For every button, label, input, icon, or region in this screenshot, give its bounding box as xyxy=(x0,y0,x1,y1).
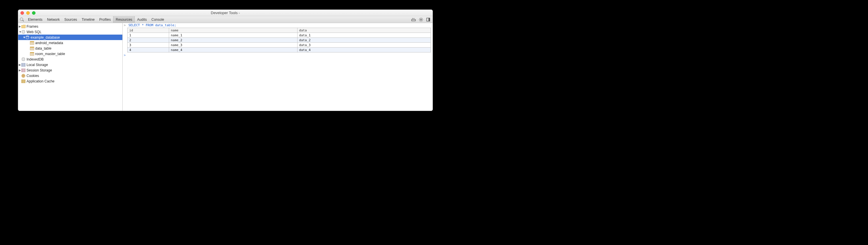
sidebar-item-appcache[interactable]: Application Cache xyxy=(18,78,122,84)
sidebar-item-label: room_master_table xyxy=(35,52,65,56)
svg-line-8 xyxy=(422,21,423,21)
table-icon xyxy=(30,51,34,56)
tab-profiles[interactable]: Profiles xyxy=(97,16,113,23)
svg-line-9 xyxy=(420,21,420,21)
panel-tabs: Elements Network Sources Timeline Profil… xyxy=(26,16,166,23)
tab-network[interactable]: Network xyxy=(45,16,62,23)
resources-sidebar[interactable]: ▶ Frames ▼ Web SQL ▼ example_database xyxy=(18,23,123,111)
sql-console: > SELECT * FROM data_table; id name data xyxy=(123,23,433,111)
svg-point-39 xyxy=(23,75,23,75)
devtools-window: Developer Tools - Elements Network Sourc… xyxy=(18,9,433,111)
window-zoom-button[interactable] xyxy=(32,11,35,15)
appcache-icon xyxy=(21,79,26,83)
sql-prompt[interactable]: > xyxy=(123,53,433,57)
column-header[interactable]: name xyxy=(169,28,297,33)
tab-elements[interactable]: Elements xyxy=(26,16,45,23)
svg-rect-0 xyxy=(412,20,415,21)
svg-rect-12 xyxy=(429,18,430,21)
svg-rect-42 xyxy=(22,79,25,83)
sidebar-item-websql[interactable]: ▼ Web SQL xyxy=(18,29,122,35)
database-group-icon xyxy=(21,30,26,34)
svg-line-10 xyxy=(422,18,423,19)
svg-point-14 xyxy=(26,36,29,37)
window-titlebar: Developer Tools - xyxy=(18,10,433,16)
window-title: Developer Tools - xyxy=(18,11,433,15)
devtools-toolbar: Elements Network Sources Timeline Profil… xyxy=(18,16,433,23)
svg-rect-28 xyxy=(22,63,25,66)
folder-icon xyxy=(21,24,26,29)
tab-audits[interactable]: Audits xyxy=(135,16,149,23)
sidebar-item-sessionstorage[interactable]: ▶ Session Storage xyxy=(18,67,122,73)
sidebar-item-cookies[interactable]: Cookies xyxy=(18,73,122,78)
tab-timeline[interactable]: Timeline xyxy=(80,16,97,23)
svg-point-2 xyxy=(421,19,422,20)
database-group-icon xyxy=(21,57,26,62)
results-table: id name data 1name_1data_1 2name_2data_2… xyxy=(127,28,431,53)
tab-sources[interactable]: Sources xyxy=(62,16,80,23)
table-row[interactable]: 1name_1data_1 xyxy=(128,33,431,38)
window-minimize-button[interactable] xyxy=(26,11,30,15)
executed-query: > SELECT * FROM data_table; xyxy=(123,23,433,27)
table-row[interactable]: 4name_4data_4 xyxy=(128,47,431,53)
sidebar-item-label: android_metadata xyxy=(35,41,63,45)
database-icon xyxy=(25,35,30,40)
dock-icon[interactable] xyxy=(426,18,430,22)
sidebar-item-localstorage[interactable]: ▶ Local Storage xyxy=(18,62,122,67)
prompt-chevron-icon: > xyxy=(124,53,127,57)
sidebar-item-label: Session Storage xyxy=(27,68,52,72)
svg-point-41 xyxy=(23,76,23,77)
sidebar-item-label: IndexedDB xyxy=(27,57,43,61)
column-header[interactable]: data xyxy=(297,28,431,33)
sidebar-item-label: example_database xyxy=(31,35,60,39)
sidebar-item-label: Application Cache xyxy=(27,79,55,83)
settings-icon[interactable] xyxy=(419,17,423,22)
sidebar-item-label: Cookies xyxy=(27,74,39,78)
svg-line-7 xyxy=(420,18,420,19)
cookies-icon xyxy=(21,73,26,78)
chevron-icon: > xyxy=(124,23,127,27)
svg-rect-33 xyxy=(22,69,25,72)
storage-icon xyxy=(21,63,26,67)
sidebar-item-database[interactable]: ▼ example_database xyxy=(18,35,122,40)
table-row[interactable]: 2name_2data_2 xyxy=(128,38,431,43)
table-icon xyxy=(30,46,34,51)
sidebar-item-label: Local Storage xyxy=(27,63,48,67)
window-close-button[interactable] xyxy=(21,11,24,15)
tab-resources[interactable]: Resources xyxy=(113,16,135,23)
column-header[interactable]: id xyxy=(128,28,169,33)
sidebar-item-frames[interactable]: ▶ Frames xyxy=(18,24,122,29)
svg-point-38 xyxy=(22,74,25,77)
sidebar-item-indexeddb[interactable]: IndexedDB xyxy=(18,57,122,62)
table-row[interactable]: 3name_3data_3 xyxy=(128,43,431,47)
sidebar-item-label: Frames xyxy=(27,25,38,29)
inspect-icon[interactable] xyxy=(20,18,24,22)
storage-icon xyxy=(21,68,26,73)
toggle-drawer-icon[interactable] xyxy=(411,18,416,21)
tab-console[interactable]: Console xyxy=(149,16,166,23)
sidebar-item-table[interactable]: data_table xyxy=(18,45,122,51)
sidebar-item-table[interactable]: android_metadata xyxy=(18,40,122,45)
sidebar-item-table[interactable]: room_master_table xyxy=(18,51,122,57)
svg-point-40 xyxy=(24,75,24,76)
sidebar-item-label: Web SQL xyxy=(27,30,41,34)
table-icon xyxy=(30,41,34,45)
sidebar-item-label: data_table xyxy=(35,46,51,50)
